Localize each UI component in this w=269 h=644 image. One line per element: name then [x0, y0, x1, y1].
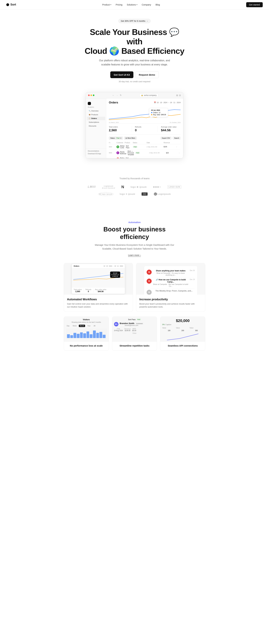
search-button[interactable]: Search — [173, 137, 181, 140]
sidebar-icon: ⊟ — [179, 94, 181, 96]
main-content: Orders 📅 10 · 10 · 2024 → 19 · 11 · 2024 — [106, 98, 183, 158]
dashboard: Analytics 🔍 Overview 📦 Products 📋 Orders… — [86, 98, 183, 158]
calendar-icon: 📅 — [154, 102, 156, 104]
notif-avatar-3: W — [147, 290, 152, 295]
arrow-icon: → — [146, 20, 148, 22]
customer-avatar: R — [116, 152, 119, 154]
chevron-down-icon: ▾ — [137, 4, 137, 6]
sidebar-item-subscriptions[interactable]: Subscriptions — [87, 120, 105, 124]
features-grid: Orders 10 · 10 · 2024 → 19 · 11 · 2024 0… — [64, 263, 205, 312]
visitor-bar — [87, 332, 89, 338]
tooltip-date: 03 Jul, 2024 — [151, 110, 166, 111]
sp-avatar: BS — [114, 322, 118, 326]
value-col-3: Value — [190, 327, 203, 330]
tab-year[interactable]: Year — [86, 325, 91, 327]
mini-chart: 03 Jul ● Orders 12 ● $48.08 — [72, 268, 125, 287]
logo[interactable]: Sort — [6, 3, 16, 6]
stat-avg-order: Average order value $44.56 — [158, 126, 181, 132]
order-id: 8690 — [109, 152, 115, 154]
order-customer: P Paityn Bator — [116, 157, 124, 158]
learn-more-link[interactable]: Learn more › — [128, 254, 141, 257]
feature-text-productivity: Increase productivity Boost your team's … — [136, 295, 205, 312]
sp-tag: Sort Pass Paid — [128, 318, 141, 320]
sidebar-docs[interactable]: Documentations — [88, 150, 104, 152]
nav-blog[interactable]: Blog — [156, 4, 160, 6]
sidebar-item-orders[interactable]: 📋 Orders — [87, 117, 105, 120]
sidebar-ios-app[interactable]: Download iOS App — [88, 152, 104, 155]
nav-product[interactable]: Product ▾ — [102, 4, 111, 6]
tab-day[interactable]: Day — [66, 325, 71, 327]
feature-card-workflows: Orders 10 · 10 · 2024 → 19 · 11 · 2024 0… — [64, 263, 133, 312]
orders-chart — [109, 106, 181, 122]
hero-description: Our platform offers robust analytics, re… — [97, 58, 172, 66]
nav-company[interactable]: Company — [142, 4, 151, 6]
customer-badge: Customer — [135, 323, 143, 324]
mockup-section: ← → ↻ 🔒 sortui.company ⊞ ⊟ Analytics — [0, 89, 269, 168]
forward-icon[interactable]: → — [116, 94, 118, 96]
sidebar-item-products[interactable]: 📦 Products — [87, 113, 105, 116]
logo-dot — [6, 3, 9, 6]
export-csv-button[interactable]: Export CSV — [160, 137, 171, 140]
table-row[interactable]: 8690 R Randy Bothman Anor — Personal Tem… — [109, 150, 181, 156]
browser-window: ← → ↻ 🔒 sortui.company ⊞ ⊟ Analytics — [86, 92, 183, 158]
orders-table: 8690 A Adrian Curtis Sort Pass Paid 2 Se… — [109, 144, 181, 158]
more-filters[interactable]: ⊞ More filters — [124, 137, 137, 140]
promo-badge[interactable]: Get 30% OFF for 6 months → — [118, 19, 151, 23]
bottom-card-text-repetitive: Streamline repetitive tasks — [112, 342, 157, 350]
traffic-light-yellow — [90, 94, 92, 96]
more-icon[interactable]: ⋮ — [176, 146, 181, 148]
url-text: sortui.company — [144, 94, 157, 96]
sidebar-item-discounts[interactable]: Discounts — [87, 124, 105, 128]
status-filter[interactable]: Status: Paid ✕ — [109, 137, 123, 140]
table-row[interactable]: 8690 P Paityn Bator Sort Figma Paid 2 Se… — [109, 156, 181, 158]
notif-item-1: B Share anything your team makes Brian a… — [147, 268, 195, 277]
order-date: 2 Sep, 04:41 AM — [147, 146, 162, 148]
refresh-icon[interactable]: ↻ — [120, 94, 122, 96]
sidebar-item-overview[interactable]: 🔍 Overview — [87, 109, 105, 112]
notif-item-3: W The Weekly Drop: Fiverr, Campsite, and… — [147, 288, 195, 295]
bottom-card-repetitive: Sort Pass Paid BS Brandon Smith Customer… — [112, 316, 157, 350]
feature-img-workflows: Orders 10 · 10 · 2024 → 19 · 11 · 2024 0… — [64, 263, 133, 295]
bottom-card-text-api: Seamless API connections — [160, 342, 205, 350]
value-table: Value Value Value 100 200 300 — [162, 327, 203, 332]
tab-all[interactable]: All — [93, 325, 96, 327]
feature-title-workflows: Automated Workflows — [67, 298, 130, 301]
feature-desc-workflows: Gain full control over your data and str… — [67, 302, 130, 308]
tooltip-orders-row: Orders 12 — [151, 112, 166, 114]
value-change: 0% — [162, 324, 165, 326]
table-row[interactable]: 8690 A Adrian Curtis Sort Pass Paid 2 Se… — [109, 144, 181, 150]
browser-actions: ⊞ ⊟ — [176, 94, 181, 96]
visitor-tabs: Day Week Month Year All — [66, 325, 107, 327]
get-sortui-button[interactable]: Get Sort UI Kit — [110, 72, 133, 78]
products-icon: 📦 — [89, 114, 90, 116]
chart-area: 03 Jul, 2024 Orders 12 Avg. value $48.08 — [109, 106, 181, 124]
sidebar: Analytics 🔍 Overview 📦 Products 📋 Orders… — [86, 98, 106, 158]
logo-3: N — [121, 185, 124, 189]
order-customer: R Randy Bothman — [116, 151, 126, 154]
order-revenue: $195 — [164, 146, 175, 148]
more-icon[interactable]: ⋮ — [178, 152, 183, 154]
nav-pricing[interactable]: Pricing — [116, 4, 122, 6]
mini-stat-avg: Avg. order value $44.56 — [93, 289, 107, 292]
tab-month[interactable]: Month — [79, 325, 85, 327]
visitor-header: Visitors — [66, 318, 107, 321]
nav-solutions[interactable]: Solutions ▾ — [127, 4, 137, 6]
sort-pass-preview: Sort Pass Paid BS Brandon Smith Customer… — [112, 317, 157, 342]
more-icon[interactable]: ⋮ — [176, 158, 181, 158]
automation-section: Automation Boost your business efficienc… — [0, 208, 269, 360]
visitor-bar — [70, 335, 73, 338]
visitor-bar — [93, 330, 96, 338]
request-demo-button[interactable]: Request demo — [135, 72, 159, 78]
tab-week[interactable]: Week — [72, 325, 78, 327]
back-icon[interactable]: ← — [112, 94, 115, 96]
bottom-features: Visitors Showing total visitors for the … — [64, 316, 205, 350]
chart-tooltip: 03 Jul, 2024 Orders 12 Avg. value $48.08 — [149, 108, 168, 117]
close-icon[interactable]: ✕ — [120, 137, 121, 139]
feature-card-productivity: B Share anything your team makes Brian a… — [136, 263, 205, 312]
logo-2: LogipsumBrand Standard — [102, 185, 115, 189]
logos-row-2: ⊕ logo ipsum logo ♥ ipsum ⬡⬡ L Logoipsum — [3, 192, 266, 196]
get-started-button[interactable]: Get started — [246, 2, 263, 7]
browser-toolbar: ← → ↻ 🔒 sortui.company ⊞ ⊟ — [86, 92, 183, 98]
notifications-preview: B Share anything your team makes Brian a… — [144, 266, 197, 295]
address-bar[interactable]: 🔒 sortui.company — [139, 94, 158, 97]
